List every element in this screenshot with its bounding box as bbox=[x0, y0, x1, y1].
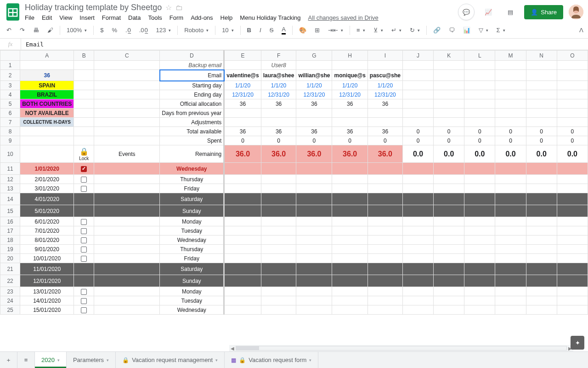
col-C[interactable]: C bbox=[94, 51, 160, 61]
date-row[interactable]: 199/01/2020Thursday bbox=[0, 245, 588, 254]
spellcheck-icon[interactable]: 💬 bbox=[458, 4, 475, 20]
text-color-button[interactable]: A bbox=[280, 25, 288, 35]
date-row[interactable]: 177/01/2020Tuesday bbox=[0, 226, 588, 236]
date-row[interactable]: 111/01/2020Wednesday bbox=[0, 163, 588, 175]
date-row[interactable]: 2010/01/2020Friday bbox=[0, 254, 588, 263]
filter-button[interactable]: ▽ bbox=[477, 26, 490, 34]
menu-data[interactable]: Data bbox=[128, 14, 141, 21]
col-I[interactable]: I bbox=[368, 51, 402, 61]
doc-title[interactable]: Holiday tracking template by Sheetgo bbox=[25, 3, 162, 12]
col-B[interactable]: B bbox=[74, 51, 94, 61]
functions-button[interactable]: Σ bbox=[495, 26, 507, 34]
paint-format-button[interactable]: 🖌 bbox=[45, 26, 55, 34]
lock-icon: 🔒 bbox=[79, 148, 89, 155]
currency-button[interactable]: $ bbox=[98, 26, 105, 34]
link-button[interactable]: 🔗 bbox=[431, 26, 442, 34]
fx-icon: fx bbox=[0, 39, 21, 50]
col-M[interactable]: M bbox=[495, 51, 526, 61]
valign-button[interactable]: ⊻ bbox=[372, 26, 385, 34]
menu-tools[interactable]: Tools bbox=[148, 14, 162, 21]
halign-button[interactable]: ≡ bbox=[355, 26, 367, 34]
menu-file[interactable]: File bbox=[25, 14, 34, 21]
date-row[interactable]: 2313/01/2020Monday bbox=[0, 287, 588, 296]
lock-checkbox[interactable] bbox=[81, 177, 87, 183]
lock-icon: 👤 bbox=[531, 9, 538, 16]
menu-addons[interactable]: Add-ons bbox=[191, 14, 213, 21]
sheets-logo[interactable] bbox=[5, 4, 21, 20]
lock-checkbox[interactable] bbox=[81, 307, 87, 313]
col-K[interactable]: K bbox=[434, 51, 464, 61]
save-status[interactable]: All changes saved in Drive bbox=[308, 14, 379, 21]
col-J[interactable]: J bbox=[402, 51, 433, 61]
lock-checkbox[interactable] bbox=[81, 219, 87, 225]
increase-decimal-button[interactable]: .00̲ bbox=[137, 26, 150, 34]
col-G[interactable]: G bbox=[296, 51, 332, 61]
lock-checkbox[interactable] bbox=[81, 289, 87, 295]
print-button[interactable]: 🖶 bbox=[31, 26, 41, 34]
strike-button[interactable]: S bbox=[268, 26, 276, 34]
lock-checkbox[interactable] bbox=[81, 237, 87, 243]
date-row[interactable]: 155/01/2020Sunday bbox=[0, 205, 588, 217]
folder-icon[interactable]: 🗀 bbox=[175, 4, 183, 12]
comments-icon[interactable]: ▤ bbox=[502, 4, 519, 20]
date-row[interactable]: 133/01/2020Friday bbox=[0, 184, 588, 193]
col-E[interactable]: E bbox=[224, 51, 261, 61]
activity-icon[interactable]: 📈 bbox=[480, 4, 497, 20]
menu-form[interactable]: Form bbox=[170, 14, 183, 21]
wrap-button[interactable]: ↵ bbox=[390, 26, 403, 34]
select-all-corner[interactable] bbox=[0, 51, 20, 61]
comment-button[interactable]: 🗨 bbox=[447, 26, 457, 34]
borders-button[interactable]: ⊞ bbox=[313, 26, 322, 34]
account-avatar[interactable] bbox=[569, 5, 583, 19]
number-format-select[interactable]: 123 bbox=[154, 26, 173, 34]
collapse-toolbar-icon[interactable]: ᐱ bbox=[579, 27, 583, 34]
selected-cell: Email bbox=[160, 70, 224, 81]
menu-view[interactable]: View bbox=[59, 14, 72, 21]
col-D[interactable]: D bbox=[160, 51, 224, 61]
lock-checkbox[interactable] bbox=[81, 186, 87, 192]
menu-insert[interactable]: Insert bbox=[79, 14, 95, 21]
lock-checkbox[interactable] bbox=[81, 247, 87, 253]
lock-checkbox[interactable] bbox=[81, 298, 87, 304]
menu-help[interactable]: Help bbox=[220, 14, 233, 21]
font-select[interactable]: Roboto bbox=[182, 26, 210, 34]
formula-input[interactable]: Email bbox=[21, 39, 588, 50]
lock-checkbox[interactable] bbox=[81, 256, 87, 262]
col-A[interactable]: A bbox=[20, 51, 74, 61]
fill-color-button[interactable]: 🎨 bbox=[297, 26, 308, 34]
date-row[interactable]: 2414/01/2020Tuesday bbox=[0, 296, 588, 305]
merge-button[interactable]: ⇥⇤ bbox=[326, 26, 345, 34]
menu-format[interactable]: Format bbox=[102, 14, 121, 21]
italic-button[interactable]: I bbox=[258, 26, 263, 34]
col-N[interactable]: N bbox=[526, 51, 557, 61]
lock-checkbox[interactable] bbox=[81, 228, 87, 234]
menu-edit[interactable]: Edit bbox=[42, 14, 52, 21]
percent-button[interactable]: % bbox=[110, 26, 119, 34]
star-icon[interactable]: ☆ bbox=[165, 3, 172, 12]
redo-button[interactable]: ↷ bbox=[18, 26, 27, 34]
rotate-button[interactable]: ↻ bbox=[408, 26, 422, 34]
date-row[interactable]: 122/01/2020Thursday bbox=[0, 175, 588, 184]
col-L[interactable]: L bbox=[464, 51, 495, 61]
date-row[interactable]: 166/01/2020Monday bbox=[0, 217, 588, 226]
chart-button[interactable]: 📊 bbox=[461, 26, 472, 34]
bold-button[interactable]: B bbox=[245, 26, 253, 34]
date-row[interactable]: 144/01/2020Saturday bbox=[0, 193, 588, 205]
lock-checkbox[interactable] bbox=[81, 166, 87, 172]
decrease-decimal-button[interactable]: .0̲ bbox=[124, 26, 133, 34]
undo-button[interactable]: ↶ bbox=[5, 26, 13, 34]
date-row[interactable]: 2111/01/2020Saturday bbox=[0, 263, 588, 275]
zoom-select[interactable]: 100% bbox=[65, 26, 89, 34]
date-row[interactable]: 2212/01/2020Sunday bbox=[0, 275, 588, 287]
spreadsheet-grid[interactable]: A B C D E F G H I J K L M N O 1Backup em… bbox=[0, 50, 588, 315]
font-size-select[interactable]: 10 bbox=[220, 26, 235, 34]
col-O[interactable]: O bbox=[557, 51, 588, 61]
share-button[interactable]: 👤Share bbox=[524, 5, 563, 19]
col-H[interactable]: H bbox=[332, 51, 368, 61]
col-F[interactable]: F bbox=[261, 51, 296, 61]
date-row[interactable]: 188/01/2020Wednesday bbox=[0, 236, 588, 245]
menu-holiday-tracking[interactable]: Menu Holiday Tracking bbox=[240, 14, 300, 21]
date-row[interactable]: 2515/01/2020Wednesday bbox=[0, 305, 588, 315]
